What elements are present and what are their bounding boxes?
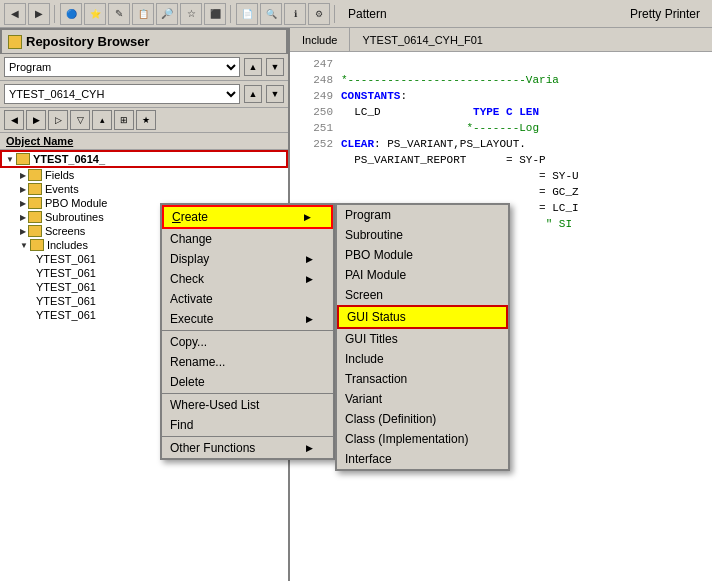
cm-copy[interactable]: Copy... <box>162 332 333 352</box>
nav-right2[interactable]: ▷ <box>48 110 68 130</box>
screens-label: Screens <box>45 225 85 237</box>
btn5[interactable]: 🔎 <box>156 3 178 25</box>
cm-sub-subroutine[interactable]: Subroutine <box>337 225 508 245</box>
cm-sep2 <box>162 393 333 394</box>
cm-check-arrow: ▶ <box>306 274 313 284</box>
btn2[interactable]: ⭐ <box>84 3 106 25</box>
code-header: Include YTEST_0614_CYH_F01 <box>290 28 712 52</box>
ytest5-label: YTEST_061 <box>36 309 96 321</box>
btn6[interactable]: ☆ <box>180 3 202 25</box>
cm-delete[interactable]: Delete <box>162 372 333 392</box>
code-line-b2: = SY-U <box>298 168 704 184</box>
root-label: YTEST_0614_ <box>33 153 105 165</box>
cm-create[interactable]: Create ▶ <box>162 205 333 229</box>
cm-sub-gui-titles[interactable]: GUI Titles <box>337 329 508 349</box>
btn3[interactable]: ✎ <box>108 3 130 25</box>
tree-item-events[interactable]: ▶ Events <box>0 182 288 196</box>
code-line-247: 247 <box>298 56 704 72</box>
cm-execute-arrow: ▶ <box>306 314 313 324</box>
code-line-b1: PS_VARIANT_REPORT = SY-P <box>298 152 704 168</box>
cm-copy-label: Copy... <box>170 335 207 349</box>
code-line-252: 252 CLEAR: PS_VARIANT,PS_LAYOUT. <box>298 136 704 152</box>
cm-sub-variant-label: Variant <box>345 392 382 406</box>
cm-sub-class-impl[interactable]: Class (Implementation) <box>337 429 508 449</box>
cm-sub-transaction[interactable]: Transaction <box>337 369 508 389</box>
nav-fwd[interactable]: ▶ <box>26 110 46 130</box>
cm-sub-include[interactable]: Include <box>337 349 508 369</box>
back-btn[interactable]: ◀ <box>4 3 26 25</box>
cm-sub-pai[interactable]: PAI Module <box>337 265 508 285</box>
context-menu-left: Create ▶ Change Display ▶ Check ▶ Activa… <box>160 203 335 460</box>
name-nav-up[interactable]: ▲ <box>244 85 262 103</box>
cm-display[interactable]: Display ▶ <box>162 249 333 269</box>
name-nav-down[interactable]: ▼ <box>266 85 284 103</box>
sub-icon <box>28 211 42 223</box>
cm-other-label: Other Functions <box>170 441 255 455</box>
cm-create-label: Create <box>172 210 208 224</box>
nav-sort[interactable]: ▴ <box>92 110 112 130</box>
cm-change[interactable]: Change <box>162 229 333 249</box>
cm-sub-class-def[interactable]: Class (Definition) <box>337 409 508 429</box>
nav-filter[interactable]: ▽ <box>70 110 90 130</box>
nav-up[interactable]: ▲ <box>244 58 262 76</box>
type-dropdown[interactable]: Program <box>4 57 240 77</box>
cm-other-arrow: ▶ <box>306 443 313 453</box>
nav-toolbar: ◀ ▶ ▷ ▽ ▴ ⊞ ★ <box>0 108 288 133</box>
nav-star[interactable]: ★ <box>136 110 156 130</box>
cm-sub-gui-status[interactable]: GUI Status <box>337 305 508 329</box>
tree-root-item[interactable]: ▼ YTEST_0614_ <box>0 150 288 168</box>
sub-label: Subroutines <box>45 211 104 223</box>
fields-arrow: ▶ <box>20 171 26 180</box>
cm-sub-pbo[interactable]: PBO Module <box>337 245 508 265</box>
code-tab-include[interactable]: Include <box>290 28 350 51</box>
cm-check[interactable]: Check ▶ <box>162 269 333 289</box>
pretty-printer-label: Pretty Printer <box>630 7 700 21</box>
code-line-248: 248 *---------------------------Varia <box>298 72 704 88</box>
root-folder-icon <box>16 153 30 165</box>
includes-label: Includes <box>47 239 88 251</box>
cm-execute[interactable]: Execute ▶ <box>162 309 333 329</box>
screens-arrow: ▶ <box>20 227 26 236</box>
ytest1-label: YTEST_061 <box>36 253 96 265</box>
cm-rename-label: Rename... <box>170 355 225 369</box>
forward-btn[interactable]: ▶ <box>28 3 50 25</box>
cm-execute-label: Execute <box>170 312 213 326</box>
sep2 <box>230 5 232 23</box>
cm-sub-screen[interactable]: Screen <box>337 285 508 305</box>
cm-check-label: Check <box>170 272 204 286</box>
repo-browser-title: Repository Browser <box>0 28 288 54</box>
btn10[interactable]: ℹ <box>284 3 306 25</box>
cm-sub-program[interactable]: Program <box>337 205 508 225</box>
code-line-b3: = GC_Z <box>298 184 704 200</box>
nav-back[interactable]: ◀ <box>4 110 24 130</box>
context-menu-right: Program Subroutine PBO Module PAI Module… <box>335 203 510 471</box>
cm-activate[interactable]: Activate <box>162 289 333 309</box>
cm-where-used[interactable]: Where-Used List <box>162 395 333 415</box>
cm-sub-gui-status-label: GUI Status <box>347 310 406 324</box>
nav-down[interactable]: ▼ <box>266 58 284 76</box>
cm-change-label: Change <box>170 232 212 246</box>
btn7[interactable]: ⬛ <box>204 3 226 25</box>
cm-sub-variant[interactable]: Variant <box>337 389 508 409</box>
cm-other[interactable]: Other Functions ▶ <box>162 438 333 458</box>
btn4[interactable]: 📋 <box>132 3 154 25</box>
tree-header: Object Name <box>0 133 288 150</box>
fields-label: Fields <box>45 169 74 181</box>
btn11[interactable]: ⚙ <box>308 3 330 25</box>
tree-item-fields[interactable]: ▶ Fields <box>0 168 288 182</box>
nav-tree[interactable]: ⊞ <box>114 110 134 130</box>
program-name-dropdown[interactable]: YTEST_0614_CYH <box>4 84 240 104</box>
includes-icon <box>30 239 44 251</box>
cm-sub-include-label: Include <box>345 352 384 366</box>
cm-sub-program-label: Program <box>345 208 391 222</box>
btn8[interactable]: 📄 <box>236 3 258 25</box>
btn9[interactable]: 🔍 <box>260 3 282 25</box>
cm-sep1 <box>162 330 333 331</box>
btn1[interactable]: 🔵 <box>60 3 82 25</box>
fields-icon <box>28 169 42 181</box>
cm-sub-pai-label: PAI Module <box>345 268 406 282</box>
cm-sub-interface[interactable]: Interface <box>337 449 508 469</box>
cm-find[interactable]: Find <box>162 415 333 435</box>
ytest4-label: YTEST_061 <box>36 295 96 307</box>
cm-rename[interactable]: Rename... <box>162 352 333 372</box>
